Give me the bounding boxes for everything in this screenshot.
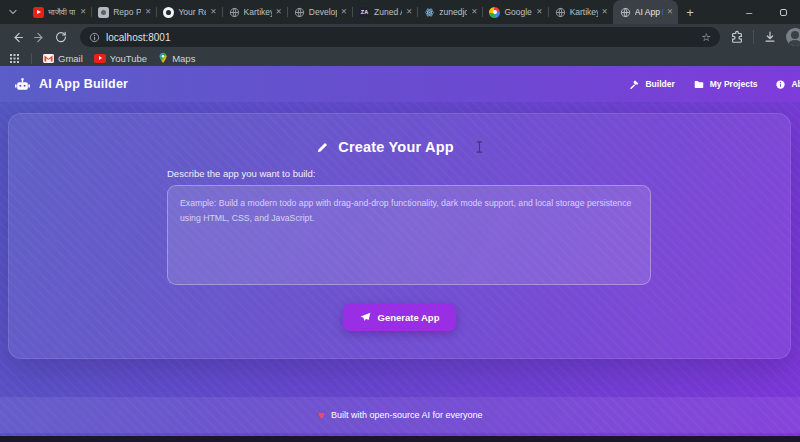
tab-title: Google G [504,7,532,17]
profile-avatar[interactable] [786,28,800,46]
forward-button[interactable] [28,26,50,48]
tab-7[interactable]: Google G ✕ [482,0,547,24]
back-button[interactable] [6,26,28,48]
za-favicon-icon: ZA [359,7,370,18]
browser-toolbar: localhost:8001 ☆ [0,24,800,50]
reload-button[interactable] [50,26,72,48]
tab-0[interactable]: भाजैवी पा ✕ [26,0,91,24]
close-icon[interactable]: ✕ [210,8,216,16]
generate-app-button[interactable]: Generate App [343,304,457,331]
tab-title: Zuned As [374,7,402,17]
tab-2[interactable]: Your Repo ✕ [156,0,221,24]
bookmark-label: YouTube [110,53,147,64]
close-icon[interactable]: ✕ [341,8,347,16]
tab-4[interactable]: Developer ✕ [287,0,352,24]
site-nav: Builder My Projects About [629,79,800,90]
text-cursor-pointer [476,141,483,153]
close-icon[interactable]: ✕ [406,8,412,16]
pencil-icon [316,141,329,154]
nav-label: About [791,79,800,89]
rocket-icon [360,312,371,323]
globe-favicon-icon [294,7,305,18]
close-icon[interactable]: ✕ [276,8,282,16]
apps-grid-icon[interactable] [9,53,20,64]
card-title-row: Create Your App [9,139,790,155]
page-title: Create Your App [338,139,454,155]
bookmark-gmail[interactable]: Gmail [43,53,83,64]
address-url: localhost:8001 [106,32,171,43]
close-icon[interactable]: ✕ [80,8,86,16]
window-controls: – [732,0,800,24]
footer-message: Built with open-source AI for everyone [331,410,483,420]
generic-favicon-icon [98,7,109,18]
toolbar-right [728,28,794,46]
nav-about[interactable]: About [775,79,800,90]
minimize-button[interactable]: – [732,0,766,24]
app-description-input[interactable] [167,185,651,285]
chevron-down-icon [7,6,19,18]
create-app-card: Create Your App Describe the app you wan… [8,113,791,359]
tab-title: Developer [309,7,337,17]
restore-icon [780,9,787,16]
bookmark-maps[interactable]: Maps [158,52,195,64]
tab-8[interactable]: Kartikey S ✕ [548,0,613,24]
tab-search-button[interactable] [0,0,26,24]
close-icon[interactable]: ✕ [536,8,542,16]
close-icon[interactable]: ✕ [471,8,477,16]
button-row: Generate App [9,304,790,331]
app-brand: AI App Builder [14,76,128,93]
youtube-favicon-icon [33,7,44,18]
atom-favicon-icon [424,7,435,18]
github-favicon-icon [163,7,174,18]
bookmarks-bar: Gmail YouTube Maps [0,50,800,66]
tab-title: zunedjobs [439,7,467,17]
close-icon[interactable]: ✕ [667,8,673,16]
bookmark-label: Maps [172,53,195,64]
address-bar[interactable]: localhost:8001 ☆ [80,27,720,47]
app-header: AI App Builder Builder My Projects About [0,66,800,102]
youtube-icon [94,54,106,63]
tab-active-ai-app-builder[interactable]: AI App Bu ✕ [613,0,678,24]
bookmarks-divider [31,53,32,64]
download-icon[interactable] [763,30,777,44]
folder-icon [693,79,705,90]
robot-icon [14,76,31,93]
bottom-strip [0,436,800,442]
tab-5[interactable]: ZA Zuned As ✕ [352,0,417,24]
tab-title: AI App Bu [635,7,663,17]
bookmark-youtube[interactable]: YouTube [94,53,147,64]
prompt-label: Describe the app you want to build: [167,168,790,179]
info-icon [775,79,786,90]
close-icon[interactable]: ✕ [602,8,608,16]
tab-list: भाजैवी पा ✕ Repo PR D ✕ Your Repo ✕ Kart… [26,0,678,24]
nav-my-projects[interactable]: My Projects [693,79,758,90]
heart-icon: ♥ [317,410,324,421]
tab-title: Repo PR D [113,7,141,17]
tab-title: Kartikey S [244,7,272,17]
browser-tab-strip: भाजैवी पा ✕ Repo PR D ✕ Your Repo ✕ Kart… [0,0,800,24]
nav-builder[interactable]: Builder [629,79,674,90]
tab-title: Kartikey S [570,7,598,17]
globe-favicon-icon [229,7,240,18]
gmail-icon [43,54,54,63]
restore-button[interactable] [766,0,800,24]
close-icon[interactable]: ✕ [145,8,151,16]
main-content: Create Your App Describe the app you wan… [0,102,800,442]
maps-pin-icon [158,52,168,64]
tab-1[interactable]: Repo PR D ✕ [91,0,156,24]
bookmark-star-icon[interactable]: ☆ [701,32,711,43]
site-footer: ♥ Built with open-source AI for everyone [0,397,800,433]
globe-favicon-icon [620,7,631,18]
new-tab-button[interactable]: + [678,0,702,24]
toolbar-divider [753,30,754,44]
tab-3[interactable]: Kartikey S ✕ [222,0,287,24]
bookmark-label: Gmail [58,53,83,64]
tab-title: भाजैवी पा [48,7,76,18]
arrow-left-icon [11,31,24,44]
extensions-icon[interactable] [730,30,744,44]
app-title: AI App Builder [39,77,128,91]
tab-6[interactable]: zunedjobs ✕ [417,0,482,24]
nav-label: Builder [645,79,674,89]
nav-label: My Projects [710,79,758,89]
generate-button-label: Generate App [378,312,440,323]
